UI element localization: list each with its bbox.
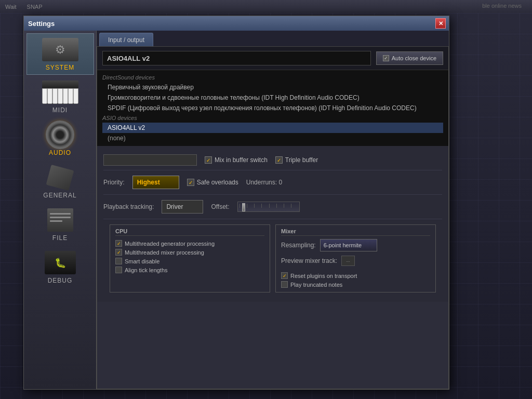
content-area: ASIO4ALL v2 ✓ Auto close device DirectSo… xyxy=(97,46,449,389)
offset-slider-thumb[interactable] xyxy=(242,203,245,211)
settings-titlebar: Settings ✕ xyxy=(24,16,449,31)
file-icon xyxy=(39,206,81,234)
mixer-label-play-truncated: Play truncated notes xyxy=(290,282,342,288)
mixer-panel-header: Mixer xyxy=(281,228,430,236)
device-option-none[interactable]: (none) xyxy=(102,133,443,143)
mixer-checkbox-play-truncated xyxy=(281,281,288,288)
mix-in-buffer-switch-label: Mix in buffer switch xyxy=(215,156,268,164)
safe-overloads-checkbox: ✓ xyxy=(187,179,194,186)
resampling-row: Resampling: NoneLinear6-point hermite64-… xyxy=(281,239,430,251)
sidebar-item-audio[interactable]: AUDIO xyxy=(26,118,94,160)
auto-close-device-button[interactable]: ✓ Auto close device xyxy=(376,51,443,65)
cpu-panel-header: CPU xyxy=(115,228,264,236)
mix-in-buffer-switch-checkbox: ✓ xyxy=(205,156,212,164)
device-option-primary[interactable]: Первичный звуковой драйвер xyxy=(102,82,443,92)
sidebar-item-file[interactable]: FILE xyxy=(26,204,94,245)
triple-buffer-option[interactable]: ✓ Triple buffer xyxy=(275,156,318,164)
settings-body: ⚙ System xyxy=(24,31,449,389)
sidebar-item-midi[interactable]: MIDI xyxy=(26,76,94,117)
sidebar-label-system: System xyxy=(46,64,74,71)
asio-section-label: ASIO devices xyxy=(102,113,443,123)
mixer-option-reset-plugins[interactable]: ✓ Reset plugins on transport xyxy=(281,271,430,280)
safe-overloads-option[interactable]: ✓ Safe overloads xyxy=(187,179,238,186)
sidebar-label-debug: DEBUG xyxy=(48,277,73,284)
device-option-asio4all[interactable]: ASIO4ALL v2 xyxy=(102,123,443,133)
safe-overloads-label: Safe overloads xyxy=(197,179,238,186)
settings-panel: ✓ Mix in buffer switch ✓ Triple buffer P… xyxy=(97,146,448,302)
daw-top-text-wait: Wait xyxy=(5,4,17,10)
sidebar: ⚙ System xyxy=(24,31,97,389)
tab-input-output-label: Input / output xyxy=(108,36,144,44)
main-content: Input / output ASIO4ALL v2 ✓ Auto close … xyxy=(97,31,449,389)
daw-top-bar: Wait SNAP xyxy=(0,0,532,13)
directsound-section-label: DirectSound devices xyxy=(102,73,443,82)
close-button[interactable]: ✕ xyxy=(435,18,446,29)
debug-icon: 🐛 xyxy=(39,248,81,277)
midi-icon xyxy=(39,78,81,107)
priority-dropdown[interactable]: LowestLowNormalHighHighest xyxy=(132,176,179,189)
preview-mixer-track-button[interactable]: -- xyxy=(341,256,355,266)
triple-buffer-label: Triple buffer xyxy=(285,156,318,164)
settings-title: Settings xyxy=(28,20,55,28)
general-icon xyxy=(39,163,81,192)
playback-tracking-dropdown[interactable]: DriverInternal xyxy=(162,200,203,214)
cpu-option-align-tick[interactable]: Align tick lengths xyxy=(115,265,264,274)
underruns-text: Underruns: 0 xyxy=(246,179,282,186)
cpu-checkbox-multithreaded-mix: ✓ xyxy=(115,249,122,256)
online-news-text: ble online news xyxy=(482,3,522,9)
mixer-label-reset-plugins: Reset plugins on transport xyxy=(290,273,357,279)
bottom-panels: CPU ✓ Multithreaded generator processing… xyxy=(103,219,442,298)
cpu-checkbox-align-tick xyxy=(115,267,122,273)
offset-slider-container xyxy=(237,202,300,212)
daw-top-text-snap: SNAP xyxy=(27,4,43,10)
auto-close-checkbox: ✓ xyxy=(383,55,389,61)
cpu-label-multithreaded-mix: Multithreaded mixer processing xyxy=(125,249,204,256)
cpu-option-multithreaded-gen[interactable]: ✓ Multithreaded generator processing xyxy=(115,239,264,248)
cpu-option-smart-disable[interactable]: Smart disable xyxy=(115,257,264,265)
sidebar-label-audio: AUDIO xyxy=(49,149,71,156)
resampling-dropdown[interactable]: NoneLinear6-point hermite64-point sinc xyxy=(320,239,377,251)
auto-close-label: Auto close device xyxy=(392,55,436,61)
device-option-spdif[interactable]: SPDIF (Цифровой выход через узел подключ… xyxy=(102,103,443,113)
playback-tracking-label: Playback tracking: xyxy=(103,203,154,210)
settings-window: Settings ✕ ⚙ System xyxy=(23,16,449,390)
cpu-label-multithreaded-gen: Multithreaded generator processing xyxy=(125,241,215,247)
buffer-size-input[interactable] xyxy=(103,154,197,166)
preview-label: Preview mixer track: xyxy=(281,257,337,264)
playback-row: Playback tracking: DriverInternal Offset… xyxy=(103,195,442,219)
triple-buffer-checkbox: ✓ xyxy=(275,156,283,164)
cpu-checkbox-smart-disable xyxy=(115,258,122,264)
mixer-checkbox-reset-plugins: ✓ xyxy=(281,272,288,279)
sidebar-item-general[interactable]: GENERAL xyxy=(26,161,94,203)
cpu-label-smart-disable: Smart disable xyxy=(125,258,159,264)
buffers-row: ✓ Mix in buffer switch ✓ Triple buffer xyxy=(103,150,442,170)
audio-icon xyxy=(39,121,81,149)
sidebar-item-system[interactable]: ⚙ System xyxy=(26,33,94,75)
offset-slider[interactable] xyxy=(237,202,300,212)
sidebar-label-general: GENERAL xyxy=(43,192,76,199)
cpu-option-multithreaded-mix[interactable]: ✓ Multithreaded mixer processing xyxy=(115,248,264,257)
device-row: ASIO4ALL v2 ✓ Auto close device xyxy=(97,47,448,70)
mixer-panel: Mixer Resampling: NoneLinear6-point herm… xyxy=(275,224,436,292)
priority-row: Priority: LowestLowNormalHighHighest ✓ S… xyxy=(103,170,442,195)
tab-bar: Input / output xyxy=(97,31,449,46)
offset-label: Offset: xyxy=(211,203,229,210)
device-list: DirectSound devices Первичный звуковой д… xyxy=(97,70,448,146)
resampling-label: Resampling: xyxy=(281,242,316,249)
system-icon: ⚙ xyxy=(39,35,81,64)
sidebar-label-file: FILE xyxy=(52,234,68,242)
device-option-speakers[interactable]: Громкоговорители и сдвоенные головные те… xyxy=(102,92,443,103)
cpu-checkbox-multithreaded-gen: ✓ xyxy=(115,240,122,247)
sidebar-label-midi: MIDI xyxy=(52,107,68,114)
device-dropdown[interactable]: ASIO4ALL v2 xyxy=(102,51,371,65)
cpu-panel: CPU ✓ Multithreaded generator processing… xyxy=(110,224,270,292)
mix-in-buffer-switch-option[interactable]: ✓ Mix in buffer switch xyxy=(205,156,268,164)
mixer-option-play-truncated[interactable]: Play truncated notes xyxy=(281,280,430,289)
sidebar-item-debug[interactable]: 🐛 DEBUG xyxy=(26,246,94,288)
cpu-label-align-tick: Align tick lengths xyxy=(125,267,168,273)
tab-input-output[interactable]: Input / output xyxy=(99,33,153,46)
priority-label: Priority: xyxy=(103,179,125,186)
preview-row: Preview mixer track: -- xyxy=(281,256,430,266)
